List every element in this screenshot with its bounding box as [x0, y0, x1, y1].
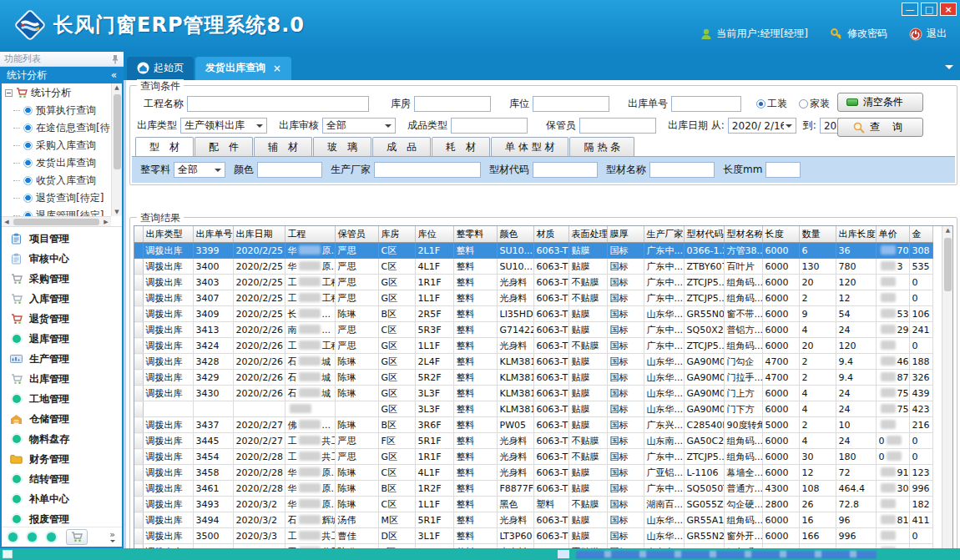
table-cell[interactable]: KLM3817	[497, 401, 533, 417]
table-cell[interactable]: 4L1F	[415, 465, 453, 481]
table-cell[interactable]: 整料	[453, 243, 497, 259]
table-cell[interactable]: 贴膜	[568, 401, 607, 417]
table-cell[interactable]: G区	[378, 354, 415, 370]
table-cell[interactable]: 2972	[876, 322, 909, 338]
table-cell[interactable]: 3445	[193, 433, 233, 449]
table-cell[interactable]: 6063-T5	[533, 259, 568, 275]
table-cell[interactable]: 2020/2/25	[233, 259, 285, 275]
tree-item-6[interactable]: 退库管理[待定]	[2, 207, 111, 216]
grid-vscroll-thumb[interactable]	[944, 238, 952, 291]
table-cell[interactable]: 3494	[193, 512, 233, 528]
project-name-input[interactable]	[187, 96, 369, 112]
tree-root-node[interactable]: 统计分析	[2, 83, 111, 102]
table-cell[interactable]: 光身料	[497, 449, 533, 465]
table-cell[interactable]: SG055Z	[684, 497, 724, 512]
table-cell[interactable]: 广东中...	[644, 243, 684, 259]
table-cell[interactable]: 4700	[762, 370, 799, 386]
table-cell[interactable]: 2020/2/26	[233, 354, 285, 370]
sidebar-item-5[interactable]: 退库管理	[2, 329, 122, 349]
table-cell[interactable]: 贴膜	[568, 354, 607, 370]
table-cell[interactable]: 国标	[607, 243, 644, 259]
table-cell[interactable]: 山东华...	[644, 401, 684, 417]
table-cell[interactable]: 6063-T5	[533, 417, 568, 433]
table-cell[interactable]: L-1106	[684, 465, 724, 481]
table-cell[interactable]: 整料	[453, 433, 497, 449]
table-cell[interactable]: 调拨出库	[143, 370, 193, 386]
table-cell[interactable]: 3437	[193, 417, 233, 433]
table-cell[interactable]: 组角码...	[724, 433, 762, 449]
table-cell[interactable]: G区	[378, 401, 415, 417]
table-cell[interactable]: 3428	[193, 354, 233, 370]
table-cell[interactable]: 0	[909, 275, 932, 290]
table-cell[interactable]: 6063-T5	[533, 306, 568, 322]
table-cell[interactable]: G区	[378, 386, 415, 401]
table-cell[interactable]: 4	[799, 401, 836, 417]
table-cell[interactable]: 广东中...	[644, 259, 684, 275]
table-cell[interactable]: 光身料	[497, 433, 533, 449]
table-cell[interactable]: 石城	[285, 370, 335, 386]
table-cell[interactable]: 24	[836, 433, 876, 449]
column-header-15[interactable]: 长度	[762, 226, 799, 243]
pin-icon[interactable]	[111, 54, 119, 64]
menu-overflow-button[interactable]: »	[109, 530, 115, 545]
table-cell[interactable]: 6063-T5	[533, 275, 568, 290]
table-cell[interactable]: 9.4	[836, 370, 876, 386]
table-cell[interactable]: 3	[876, 259, 909, 275]
table-cell[interactable]: 123	[909, 465, 932, 481]
tree-expander-icon[interactable]	[5, 89, 13, 97]
maximize-button[interactable]: □	[921, 3, 937, 16]
table-cell[interactable]: 6000	[762, 290, 799, 306]
table-cell[interactable]: 241	[909, 322, 932, 338]
table-cell[interactable]: 不贴膜	[568, 449, 607, 465]
table-cell[interactable]: 山东南...	[644, 433, 684, 449]
table-cell[interactable]: 佛...	[285, 417, 335, 433]
quick-dot-button-3[interactable]	[47, 532, 56, 542]
table-cell[interactable]: 石城	[285, 386, 335, 401]
table-cell[interactable]: G区	[378, 275, 415, 290]
jiazhuang-radio[interactable]	[799, 99, 808, 108]
table-cell[interactable]: 3400	[193, 259, 233, 275]
material-tab-0[interactable]: 型 材	[135, 137, 194, 157]
table-cell[interactable]: KLM3817	[497, 370, 533, 386]
table-cell[interactable]: M区	[378, 512, 415, 528]
manufacturer-input[interactable]	[374, 162, 481, 178]
table-cell[interactable]: B区	[378, 481, 415, 497]
table-cell[interactable]: C28540B	[684, 417, 724, 433]
table-row[interactable]: 调拨出库34032020/2/25工工程严思G区1R1F整料光身料6063-T5…	[134, 275, 932, 290]
table-cell[interactable]	[285, 401, 335, 417]
table-cell[interactable]: 普铝方...	[724, 322, 762, 338]
table-cell[interactable]: 光身料	[497, 290, 533, 306]
table-cell[interactable]: 山东华...	[644, 306, 684, 322]
sidebar-item-2[interactable]: 采购管理	[2, 269, 122, 289]
tab-0[interactable]: 起始页	[127, 57, 194, 80]
table-row[interactable]: 调拨出库34132020/2/26南...严思C区5R3F整料G71422606…	[134, 322, 932, 338]
table-cell[interactable]: 2020/3/3	[233, 528, 285, 544]
table-cell[interactable]: SU10...	[497, 243, 533, 259]
table-cell[interactable]	[876, 275, 909, 290]
tree-item-4[interactable]: 收货入库查询	[2, 172, 111, 189]
table-cell[interactable]: C区	[378, 497, 415, 512]
column-header-4[interactable]: 保管员	[335, 226, 378, 243]
table-cell[interactable]: ZTCJP5...	[684, 275, 724, 290]
table-cell[interactable]: 4L1F	[415, 259, 453, 275]
table-cell[interactable]: 26	[799, 497, 836, 512]
table-cell[interactable]: 调拨出库	[143, 354, 193, 370]
table-cell[interactable]: 2020/2/25	[233, 306, 285, 322]
table-cell[interactable]: 6000	[762, 259, 799, 275]
table-cell[interactable]: 1L1F	[415, 338, 453, 354]
table-cell[interactable]: 山东华...	[644, 512, 684, 528]
table-cell[interactable]: 勾企硬...	[724, 497, 762, 512]
table-cell[interactable]: 整料	[453, 306, 497, 322]
table-cell[interactable]: 6063-T5	[533, 322, 568, 338]
table-cell[interactable]: 6063-T5	[533, 433, 568, 449]
table-cell[interactable]: 0	[876, 433, 909, 449]
table-cell[interactable]: 广东中...	[644, 449, 684, 465]
table-cell[interactable]	[876, 497, 909, 512]
table-cell[interactable]: 华原...	[285, 497, 335, 512]
table-cell[interactable]: 20	[799, 275, 836, 290]
table-cell[interactable]: LI35HD	[497, 306, 533, 322]
table-cell[interactable]: 2020/2/27	[233, 417, 285, 433]
column-header-19[interactable]: 金	[909, 226, 932, 243]
column-header-12[interactable]: 生产厂家	[644, 226, 684, 243]
table-cell[interactable]: 整料	[453, 497, 497, 512]
